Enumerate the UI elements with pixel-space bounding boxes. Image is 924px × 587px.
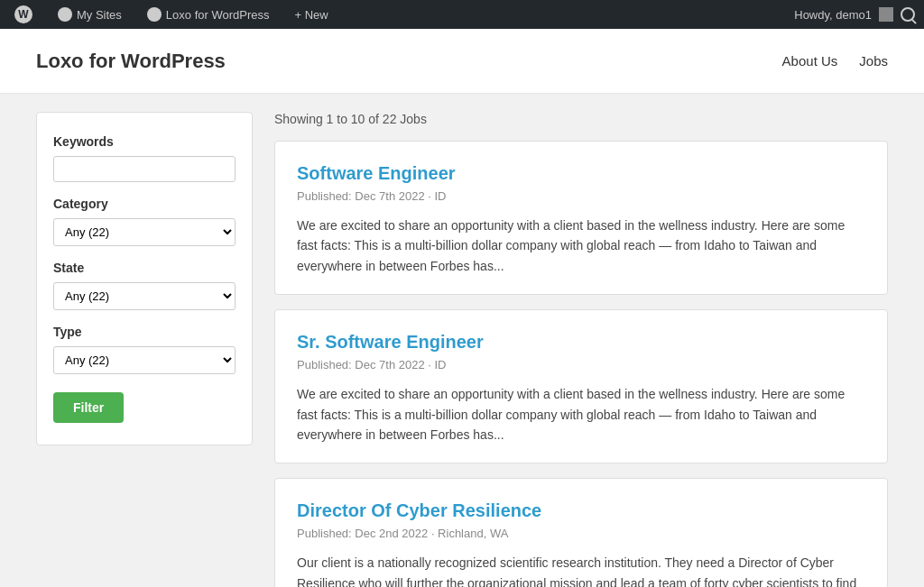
nav-about-us[interactable]: About Us <box>782 53 838 69</box>
site-name-button[interactable]: Loxo for WordPress <box>142 0 275 29</box>
job-meta: Published: Dec 2nd 2022 · Richland, WA <box>297 527 865 540</box>
job-card: Director Of Cyber Resilience Published: … <box>274 478 888 587</box>
wp-logo-icon: W <box>14 5 32 23</box>
my-sites-icon <box>58 7 72 22</box>
search-icon[interactable] <box>901 7 915 22</box>
showing-text: Showing 1 to 10 of 22 Jobs <box>274 112 888 126</box>
state-label: State <box>53 261 236 275</box>
category-select[interactable]: Any (22) <box>53 218 236 246</box>
sidebar: Keywords Category Any (22) State Any (22… <box>36 112 253 587</box>
keywords-input[interactable] <box>53 156 236 182</box>
new-label: + New <box>294 8 328 22</box>
job-title-link[interactable]: Sr. Software Engineer <box>297 332 865 353</box>
keywords-label: Keywords <box>53 134 236 149</box>
filter-button[interactable]: Filter <box>53 392 124 423</box>
job-meta: Published: Dec 7th 2022 · ID <box>297 189 865 203</box>
jobs-area: Showing 1 to 10 of 22 Jobs Software Engi… <box>274 112 888 587</box>
job-title-link[interactable]: Software Engineer <box>297 163 865 184</box>
job-description: We are excited to share an opportunity w… <box>297 384 865 445</box>
type-label: Type <box>53 325 236 339</box>
my-sites-label: My Sites <box>77 8 122 22</box>
admin-bar: W My Sites Loxo for WordPress + New Howd… <box>0 0 924 29</box>
new-content-button[interactable]: + New <box>289 0 333 29</box>
site-header: Loxo for WordPress About Us Jobs <box>0 29 924 94</box>
site-icon <box>147 7 162 22</box>
wp-logo-button[interactable]: W <box>9 0 38 29</box>
type-select[interactable]: Any (22) <box>53 346 236 374</box>
state-select[interactable]: Any (22) <box>53 282 236 310</box>
filter-box: Keywords Category Any (22) State Any (22… <box>36 112 253 445</box>
site-nav: About Us Jobs <box>782 53 888 69</box>
job-description: We are excited to share an opportunity w… <box>297 216 865 276</box>
admin-bar-right: Howdy, demo1 <box>794 7 915 22</box>
main-content: Keywords Category Any (22) State Any (22… <box>0 94 924 587</box>
job-meta: Published: Dec 7th 2022 · ID <box>297 358 865 371</box>
job-card: Software Engineer Published: Dec 7th 202… <box>274 141 888 295</box>
job-title-link[interactable]: Director Of Cyber Resilience <box>297 500 865 521</box>
job-description: Our client is a nationally recognized sc… <box>297 553 865 587</box>
user-avatar[interactable] <box>879 7 893 22</box>
site-title: Loxo for WordPress <box>36 50 226 73</box>
job-list: Software Engineer Published: Dec 7th 202… <box>274 141 888 587</box>
job-card: Sr. Software Engineer Published: Dec 7th… <box>274 309 888 463</box>
howdy-text: Howdy, demo1 <box>794 8 872 22</box>
my-sites-button[interactable]: My Sites <box>52 0 127 29</box>
category-label: Category <box>53 197 236 211</box>
site-name-label: Loxo for WordPress <box>166 8 270 22</box>
nav-jobs[interactable]: Jobs <box>859 53 888 69</box>
